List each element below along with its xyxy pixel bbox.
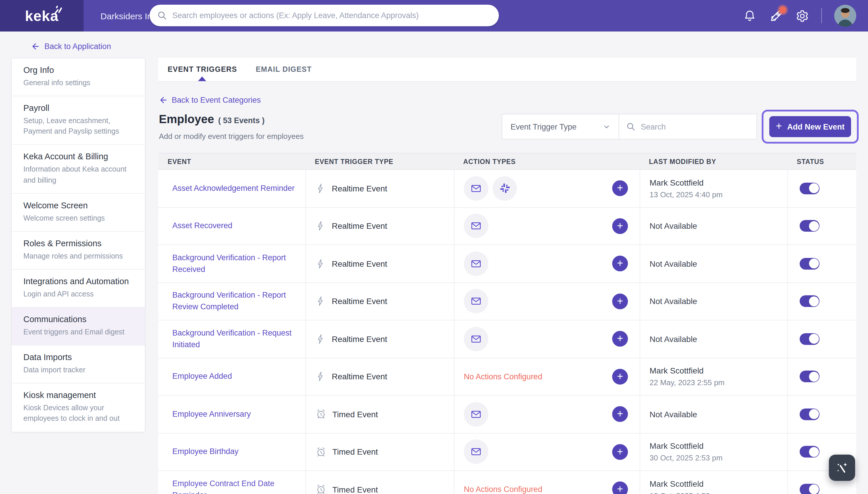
event-link[interactable]: Background Verification - Report Receive… xyxy=(172,252,295,276)
add-new-event-highlight-ring: + Add New Event xyxy=(762,110,858,144)
sidebar-item-welcome-screen[interactable]: Welcome Screen Welcome screen settings xyxy=(12,193,145,231)
add-action-button[interactable]: + xyxy=(612,180,628,196)
status-toggle[interactable] xyxy=(800,258,819,270)
table-body: Asset Acknowledgement Reminder Realtime … xyxy=(158,170,856,494)
sidebar-item-integrations-and-automation[interactable]: Integrations and Automation Login and AP… xyxy=(12,269,145,307)
sidebar-item-kiosk-management[interactable]: Kiosk management Kiosk Devices allow you… xyxy=(12,383,145,432)
sidebar-item-communications[interactable]: Communications Event triggers and Email … xyxy=(12,307,145,345)
email-action-icon[interactable] xyxy=(464,440,488,464)
action-types-cell: + xyxy=(454,283,639,320)
email-action-icon[interactable] xyxy=(464,289,488,314)
sidebar-item-title: Roles & Permissions xyxy=(23,239,134,248)
sidebar-item-desc: Login and API access xyxy=(23,289,134,299)
global-search[interactable] xyxy=(149,5,499,26)
arrow-left-icon xyxy=(159,96,168,104)
add-new-event-label: Add New Event xyxy=(787,122,845,131)
event-link[interactable]: Employee Contract End Date Reminder xyxy=(172,478,295,494)
keka-logo[interactable]: keka xyxy=(0,0,84,32)
email-action-icon[interactable] xyxy=(464,214,488,239)
back-to-application-label: Back to Application xyxy=(44,42,111,51)
arrow-left-icon xyxy=(31,42,40,51)
event-link[interactable]: Employee Anniversary xyxy=(172,408,251,420)
event-link[interactable]: Background Verification - Request Initia… xyxy=(172,327,295,351)
magic-wand-button[interactable] xyxy=(829,455,855,481)
table-row: Asset Recovered Realtime Event + No xyxy=(158,207,856,245)
tab-email-digest[interactable]: EMAIL DIGEST xyxy=(247,58,321,81)
email-action-icon[interactable] xyxy=(464,402,488,426)
sidebar-item-roles-permissions[interactable]: Roles & Permissions Manage roles and per… xyxy=(12,231,145,269)
slack-action-icon[interactable] xyxy=(492,176,517,201)
lightning-icon xyxy=(315,183,326,194)
table-search[interactable] xyxy=(619,114,756,139)
event-link[interactable]: Employee Birthday xyxy=(172,446,239,458)
last-modified-cell: Mark Scottfield13 Oct, 2025 4:58 pm xyxy=(639,471,788,494)
global-search-input[interactable] xyxy=(172,11,491,20)
modified-date: 13 Oct, 2025 4:40 pm xyxy=(650,190,723,199)
status-toggle[interactable] xyxy=(800,296,819,307)
email-action-icon[interactable] xyxy=(464,251,488,276)
status-toggle[interactable] xyxy=(800,371,819,382)
add-action-button[interactable]: + xyxy=(612,293,628,309)
plus-icon: + xyxy=(776,121,782,131)
status-cell xyxy=(788,170,856,207)
trigger-type-cell: Realtime Event xyxy=(306,207,454,245)
bell-icon[interactable] xyxy=(743,9,756,22)
alarm-clock-icon xyxy=(315,484,327,494)
status-toggle[interactable] xyxy=(800,408,819,420)
sidebar-item-payroll[interactable]: Payroll Setup, Leave encashment, Payment… xyxy=(12,96,145,145)
lightning-icon xyxy=(315,334,326,344)
event-cell: Background Verification - Report Review … xyxy=(158,283,306,320)
trigger-type-label: Timed Event xyxy=(332,447,378,457)
trigger-type-label: Timed Event xyxy=(332,485,378,494)
back-to-event-categories-link[interactable]: Back to Event Categories xyxy=(159,96,261,104)
action-icons xyxy=(464,176,517,201)
back-to-application-link[interactable]: Back to Application xyxy=(31,42,111,51)
add-action-button[interactable]: + xyxy=(612,369,628,384)
last-modified-cell: Mark Scottfield13 Oct, 2025 4:40 pm xyxy=(639,170,788,207)
event-trigger-type-select[interactable]: Event Trigger Type xyxy=(502,114,619,139)
sidebar-item-org-info[interactable]: Org Info General info settings xyxy=(12,58,145,96)
status-toggle[interactable] xyxy=(800,220,819,232)
gear-icon[interactable] xyxy=(796,9,809,22)
event-cell: Employee Contract End Date Reminder xyxy=(158,471,306,494)
event-link[interactable]: Asset Acknowledgement Reminder xyxy=(172,183,295,194)
sidebar-item-title: Kiosk management xyxy=(23,391,134,400)
sidebar-item-data-imports[interactable]: Data Imports Data import tracker xyxy=(12,345,145,383)
tab-event-triggers[interactable]: EVENT TRIGGERS xyxy=(158,58,247,81)
email-action-icon[interactable] xyxy=(464,327,488,351)
add-action-button[interactable]: + xyxy=(612,482,628,494)
event-link[interactable]: Asset Recovered xyxy=(172,220,233,232)
events-table: EVENTEVENT TRIGGER TYPEACTION TYPESLAST … xyxy=(158,153,856,494)
add-action-button[interactable]: + xyxy=(612,256,628,272)
not-available-label: Not Available xyxy=(650,259,697,268)
email-action-icon[interactable] xyxy=(464,176,488,201)
trigger-type-cell: Timed Event xyxy=(306,396,454,433)
avatar[interactable] xyxy=(834,5,856,27)
rocket-icon[interactable] xyxy=(769,8,783,23)
add-new-event-button[interactable]: + Add New Event xyxy=(769,116,851,137)
add-action-button[interactable]: + xyxy=(612,218,628,234)
add-action-button[interactable]: + xyxy=(612,444,628,460)
modified-by-name: Mark Scottfield xyxy=(650,479,704,489)
event-link[interactable]: Background Verification - Report Review … xyxy=(172,289,295,313)
add-action-button[interactable]: + xyxy=(612,331,628,347)
trigger-type-label: Realtime Event xyxy=(332,335,387,344)
status-toggle[interactable] xyxy=(800,333,819,345)
add-action-button[interactable]: + xyxy=(612,406,628,422)
last-modified-cell: Not Available xyxy=(639,207,788,245)
last-modified-cell: Mark Scottfield22 May, 2023 2:55 pm xyxy=(639,358,788,395)
tab-email-digest-label: EMAIL DIGEST xyxy=(256,65,312,74)
status-toggle[interactable] xyxy=(800,446,819,458)
action-icons xyxy=(464,251,488,276)
event-link[interactable]: Employee Added xyxy=(172,370,232,382)
last-modified-cell: Not Available xyxy=(639,320,788,358)
trigger-type-cell: Realtime Event xyxy=(306,170,454,207)
action-types-cell: + xyxy=(454,170,639,207)
sidebar-item-keka-account-billing[interactable]: Keka Account & Billing Information about… xyxy=(12,145,145,193)
status-toggle[interactable] xyxy=(800,484,819,494)
table-row: Employee Birthday Timed Event xyxy=(158,433,856,471)
page-title: Employee xyxy=(159,113,214,126)
chevron-down-icon xyxy=(603,123,610,130)
table-search-input[interactable] xyxy=(641,122,749,131)
status-toggle[interactable] xyxy=(800,183,819,194)
